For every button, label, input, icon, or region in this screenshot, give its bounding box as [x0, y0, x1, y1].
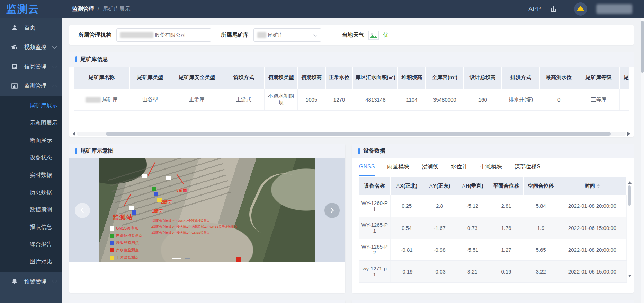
sidebar-item-schematic-display[interactable]: 示意图展示 [0, 114, 62, 132]
app-link[interactable]: APP [528, 6, 541, 12]
col-header: △H(垂直) [456, 177, 489, 195]
sidebar-item-info[interactable]: 信息管理 [0, 57, 62, 76]
title-accent-bar [75, 56, 77, 62]
hscroll-track[interactable] [77, 132, 626, 136]
col-header: 全库容(m³) [426, 67, 464, 89]
sidebar-item-monitor[interactable]: 监测管理 [0, 76, 62, 96]
bell-icon [11, 278, 18, 285]
col-header: 设备名称 [359, 177, 390, 195]
legend-row: 浸润线监测点 [110, 240, 143, 246]
page-scroll-thumb[interactable] [641, 21, 644, 73]
cell-time: 2022-01-08 20:00:00 [558, 239, 626, 261]
col-header: 初期坝高 [298, 67, 325, 89]
device-row: WY-1265-P1 0.54 -1.67 0.73 1.76 1.9 2022… [359, 217, 626, 239]
sidebar-item-image-compare[interactable]: 图片对比 [0, 253, 62, 270]
filter-bar: 所属管理机构 股份有限公司 所属尾矿库 尾矿库 当地天气 优 [69, 25, 634, 45]
scroll-up-arrow-icon[interactable] [628, 181, 632, 184]
breadcrumb-page: 尾矿库展示 [102, 6, 130, 13]
col-header: 尾矿库等级 [578, 67, 619, 89]
topbar-actions: APP [528, 2, 644, 16]
gnss-marker [129, 206, 134, 210]
device-tabs: GNSS 雨量模块 浸润线 水位计 干滩模块 深部位移S [352, 158, 634, 176]
sort-icon[interactable] [597, 184, 600, 188]
pond-filter-select[interactable]: 尾矿库 [253, 28, 321, 42]
col-header: 正常水位 [325, 67, 353, 89]
breadcrumb-section[interactable]: 监测管理 [72, 6, 94, 13]
device-status-title-bar: 设备状态 [352, 300, 634, 303]
sidebar-item-comprehensive-report[interactable]: 综合报告 [0, 236, 62, 253]
cell: -5.12 [456, 195, 489, 217]
device-data-title-bar: 设备数据 [352, 144, 634, 158]
tab-gnss[interactable]: GNSS [359, 158, 375, 176]
legend-swatch-red [110, 248, 114, 252]
pagination-dot-active[interactable] [172, 258, 181, 259]
top-bar: 监测云 监测管理 / 尾矿库展示 APP [0, 0, 644, 18]
cell: 0 [540, 89, 578, 110]
monitor-submenu: 尾矿库展示 示意图展示 断面展示 设备状态 实时数据 历史数据 数据预测 报表信… [0, 96, 62, 272]
breadcrumb-separator: / [98, 6, 99, 12]
sidebar-item-report-info[interactable]: 报表信息 [0, 218, 62, 236]
device-row: WY-1260-Pl 0.25 2.8 -5.12 2.81 5.84 2022… [359, 195, 626, 217]
page-scrollbar[interactable] [641, 18, 644, 303]
tab-rainfall[interactable]: 雨量模块 [387, 158, 409, 176]
col-header: △X(正北) [390, 177, 423, 195]
sidebar-item-home[interactable]: 首页 [0, 18, 62, 37]
col-header: 初期坝类型 [265, 67, 298, 89]
scroll-right-arrow-icon[interactable] [627, 132, 630, 136]
broken-image-icon [368, 31, 379, 40]
device-scroll-thumb[interactable] [628, 185, 631, 206]
scroll-left-arrow-icon[interactable] [73, 132, 75, 136]
pond-filter-label: 所属尾矿库 [221, 32, 249, 39]
cell: 正常库 [171, 89, 223, 110]
title-accent-bar [358, 148, 360, 154]
cell: 5.84 [524, 195, 558, 217]
tab-water-level[interactable]: 水位计 [451, 158, 467, 176]
username-redacted[interactable] [596, 4, 632, 14]
col-header-time[interactable]: 时间 [558, 177, 626, 195]
col-header: 尾矿库名称 [74, 67, 129, 89]
user-avatar[interactable] [574, 2, 587, 16]
tailings-info-title-bar: 尾矿库信息 [69, 52, 634, 67]
carousel-next-button[interactable] [324, 203, 340, 218]
scroll-down-arrow-icon[interactable] [628, 275, 632, 277]
device-data-card: 设备数据 GNSS 雨量模块 浸润线 水位计 干滩模块 深部位移S 设备名称 △ [352, 144, 634, 293]
sidebar-item-tailings-display[interactable]: 尾矿库展示 [0, 97, 62, 114]
chart-icon [11, 83, 18, 89]
annotation-notes: 1断面分别布设2个GNSS,2个浸润线监测点 2断面分别布设2个浸润线,2个内部… [151, 219, 238, 235]
app-logo: 监测云 [0, 2, 46, 16]
hamburger-menu-icon[interactable] [48, 6, 57, 12]
pond-name-redacted [86, 97, 101, 103]
pagination-dot[interactable] [185, 258, 190, 259]
legend-row: GNSS监测点 [110, 226, 143, 231]
sidebar-item-device-status[interactable]: 设备状态 [0, 149, 62, 166]
sidebar-item-alert[interactable]: 预警管理 [0, 272, 62, 291]
cell: -0.03 [423, 261, 456, 283]
device-row: wy-1271-p1 -0.19 -0.03 3.21 0.19 3.22 20… [359, 261, 626, 283]
sidebar-item-video[interactable]: 视频监控 [0, 37, 62, 57]
cell: 0.73 [456, 217, 489, 239]
cell-device-name: WY-1260-Pl [359, 195, 390, 217]
cell: -0.19 [390, 261, 423, 283]
chevron-down-icon [313, 33, 317, 36]
cell: -5.51 [456, 239, 489, 261]
saturation-line-marker [154, 192, 158, 196]
statistics-icon[interactable] [551, 6, 556, 12]
map-legend: GNSS监测点 内部位移监测点 浸润线监测点 库水位监测点 干滩线监测点 [110, 226, 143, 260]
org-filter-input[interactable]: 股份有限公司 [116, 28, 211, 42]
sidebar-item-history-data[interactable]: 历史数据 [0, 184, 62, 201]
tab-deep-displacement[interactable]: 深部位移S [515, 158, 540, 176]
sidebar-item-realtime-data[interactable]: 实时数据 [0, 166, 62, 184]
cell [619, 89, 629, 110]
cell: 2.81 [489, 195, 524, 217]
breadcrumb: 监测管理 / 尾矿库展示 [72, 6, 130, 13]
hscroll-thumb[interactable] [106, 132, 611, 136]
gnss-marker [166, 176, 171, 180]
pond-level-marker [236, 257, 241, 262]
sidebar-item-data-forecast[interactable]: 数据预测 [0, 201, 62, 218]
tab-saturation-line[interactable]: 浸润线 [422, 158, 438, 176]
tab-dry-beach[interactable]: 干滩模块 [480, 158, 502, 176]
cell: -1.67 [423, 217, 456, 239]
cell-device-name: wy-1271-p1 [359, 261, 390, 283]
carousel-prev-button[interactable] [75, 203, 90, 218]
sidebar-item-section-display[interactable]: 断面展示 [0, 132, 62, 149]
